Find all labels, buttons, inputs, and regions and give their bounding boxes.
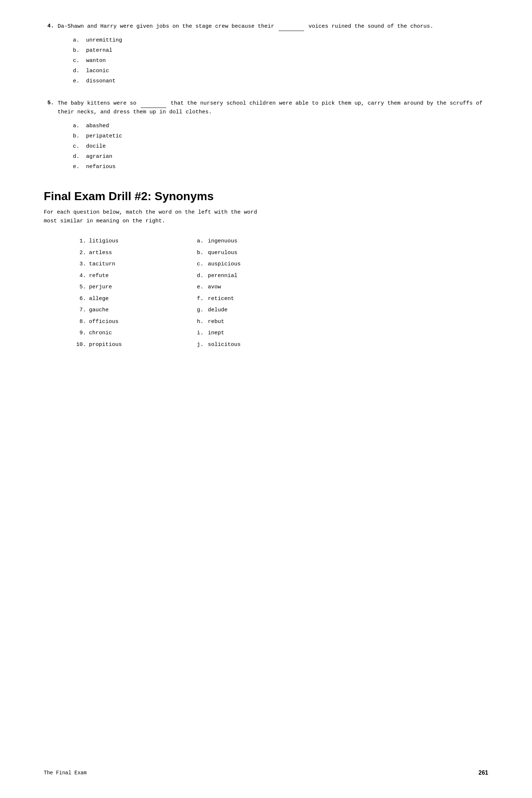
list-item: 2. artless xyxy=(73,248,175,258)
match-word: ingenuous xyxy=(208,237,237,246)
option-letter: d. xyxy=(73,68,79,74)
list-item: a. unremitting xyxy=(73,36,488,45)
match-word: avow xyxy=(208,283,221,292)
match-letter: e. xyxy=(197,283,206,292)
option-letter: e. xyxy=(73,164,79,170)
match-word: reticent xyxy=(208,294,234,304)
option-text: nefarious xyxy=(86,164,116,170)
list-item: d. agrarian xyxy=(73,152,488,161)
q4-text-after: voices ruined the sound of the chorus. xyxy=(308,23,433,30)
list-item: 1. litigious xyxy=(73,237,175,246)
option-letter: b. xyxy=(73,47,79,54)
section-intro: For each question below, match the word … xyxy=(44,208,488,226)
list-item: b. peripatetic xyxy=(73,132,488,141)
list-item: f. reticent xyxy=(197,294,299,304)
q4-text-before: Da-Shawn and Harry were given jobs on th… xyxy=(58,23,274,30)
q4-body: Da-Shawn and Harry were given jobs on th… xyxy=(58,22,488,31)
match-word: allege xyxy=(89,294,109,304)
option-letter: d. xyxy=(73,153,79,160)
list-item: d. laconic xyxy=(73,67,488,75)
list-item: j. solicitous xyxy=(197,340,299,350)
option-text: agrarian xyxy=(86,153,112,160)
match-word: perjure xyxy=(89,283,112,292)
q5-number: 5. xyxy=(44,99,54,117)
list-item: g. delude xyxy=(197,305,299,315)
q5-options: a. abashed b. peripatetic c. docile d. a… xyxy=(73,122,488,171)
match-letter: i. xyxy=(197,328,206,338)
list-item: 4. refute xyxy=(73,271,175,281)
option-letter: c. xyxy=(73,58,79,64)
option-text: unremitting xyxy=(86,37,122,43)
match-letter: g. xyxy=(197,305,206,315)
list-item: e. nefarious xyxy=(73,163,488,171)
match-num: 9. xyxy=(73,328,86,338)
match-word: chronic xyxy=(89,328,112,338)
intro-line2: most similar in meaning on the right. xyxy=(44,218,165,224)
match-letter: h. xyxy=(197,317,206,327)
match-word: gauche xyxy=(89,305,109,315)
matching-exercise: 1. litigious 2. artless 3. taciturn 4. r… xyxy=(73,237,488,351)
list-item: c. wanton xyxy=(73,57,488,65)
match-word: auspicious xyxy=(208,260,241,269)
option-text: laconic xyxy=(86,68,109,74)
section-title: Final Exam Drill #2: Synonyms xyxy=(44,190,488,203)
list-item: 5. perjure xyxy=(73,283,175,292)
option-text: wanton xyxy=(86,58,106,64)
match-word: refute xyxy=(89,271,109,281)
option-letter: a. xyxy=(73,37,79,43)
list-item: c. docile xyxy=(73,142,488,151)
list-item: 9. chronic xyxy=(73,328,175,338)
list-item: i. inept xyxy=(197,328,299,338)
match-word: taciturn xyxy=(89,260,115,269)
option-letter: c. xyxy=(73,143,79,149)
matching-left-column: 1. litigious 2. artless 3. taciturn 4. r… xyxy=(73,237,175,351)
list-item: b. paternal xyxy=(73,46,488,55)
list-item: d. perennial xyxy=(197,271,299,281)
match-num: 6. xyxy=(73,294,86,304)
intro-line1: For each question below, match the word … xyxy=(44,209,257,215)
footer-label: The Final Exam xyxy=(44,770,87,776)
option-text: peripatetic xyxy=(86,133,122,139)
option-text: abashed xyxy=(86,123,109,129)
match-word: inept xyxy=(208,328,224,338)
match-letter: f. xyxy=(197,294,206,304)
q4-number: 4. xyxy=(44,22,54,31)
match-letter: c. xyxy=(197,260,206,269)
q4-blank xyxy=(279,22,304,31)
list-item: 3. taciturn xyxy=(73,260,175,269)
page-footer: The Final Exam 261 xyxy=(44,770,488,776)
list-item: 7. gauche xyxy=(73,305,175,315)
match-letter: b. xyxy=(197,248,206,258)
option-letter: e. xyxy=(73,78,79,84)
match-word: rebut xyxy=(208,317,224,327)
match-word: officious xyxy=(89,317,119,327)
list-item: a. ingenuous xyxy=(197,237,299,246)
match-letter: d. xyxy=(197,271,206,281)
list-item: h. rebut xyxy=(197,317,299,327)
option-letter: a. xyxy=(73,123,79,129)
q5-body: The baby kittens were so that the nurser… xyxy=(58,99,488,117)
q4-options: a. unremitting b. paternal c. wanton d. … xyxy=(73,36,488,86)
q5-text-part1: The baby kittens were so xyxy=(58,100,136,106)
match-num: 2. xyxy=(73,248,86,258)
list-item: a. abashed xyxy=(73,122,488,131)
matching-right-column: a. ingenuous b. querulous c. auspicious … xyxy=(197,237,299,351)
match-num: 8. xyxy=(73,317,86,327)
match-word: perennial xyxy=(208,271,237,281)
match-letter: j. xyxy=(197,340,206,350)
match-num: 5. xyxy=(73,283,86,292)
match-word: artless xyxy=(89,248,112,258)
match-num: 7. xyxy=(73,305,86,315)
match-word: propitious xyxy=(89,340,122,350)
question-5: 5. The baby kittens were so that the nur… xyxy=(44,99,488,171)
match-word: solicitous xyxy=(208,340,241,350)
question-4: 4. Da-Shawn and Harry were given jobs on… xyxy=(44,22,488,86)
list-item: c. auspicious xyxy=(197,260,299,269)
match-word: delude xyxy=(208,305,228,315)
list-item: e. dissonant xyxy=(73,77,488,86)
match-word: litigious xyxy=(89,237,119,246)
list-item: b. querulous xyxy=(197,248,299,258)
match-num: 3. xyxy=(73,260,86,269)
list-item: e. avow xyxy=(197,283,299,292)
match-word: querulous xyxy=(208,248,237,258)
